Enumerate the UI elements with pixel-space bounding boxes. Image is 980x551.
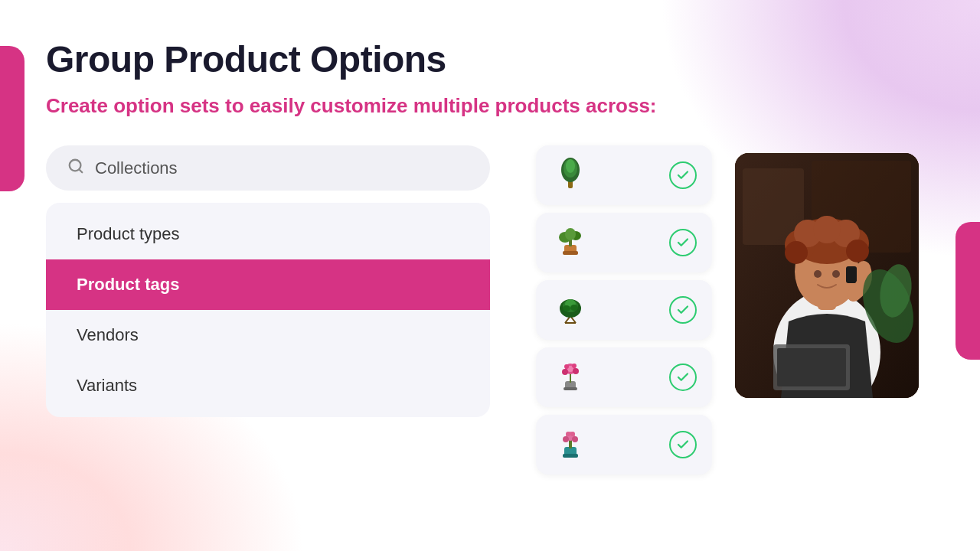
cards-and-photo [536, 145, 903, 436]
plant-icon-1 [551, 155, 590, 196]
check-icon-3 [669, 296, 697, 324]
svg-point-28 [572, 364, 577, 368]
svg-point-33 [563, 436, 569, 442]
svg-point-50 [785, 241, 808, 264]
check-icon-2 [669, 229, 697, 256]
svg-point-51 [846, 240, 869, 262]
svg-point-25 [562, 369, 568, 375]
product-card-2[interactable] [536, 213, 712, 272]
svg-rect-7 [563, 251, 578, 255]
svg-rect-30 [563, 454, 578, 458]
search-box[interactable]: Collections [46, 145, 490, 191]
svg-rect-56 [777, 348, 846, 386]
check-icon-4 [669, 364, 697, 391]
menu-item-product-types[interactable]: Product types [46, 209, 490, 259]
svg-point-49 [813, 216, 841, 243]
check-icon-5 [669, 431, 697, 458]
svg-point-18 [563, 305, 570, 311]
svg-rect-54 [846, 266, 857, 283]
product-card-4[interactable] [536, 347, 712, 407]
plant-icon-2 [551, 222, 590, 263]
svg-point-11 [565, 228, 576, 240]
svg-point-5 [566, 159, 575, 173]
svg-rect-21 [564, 387, 577, 390]
menu-item-vendors[interactable]: Vendors [46, 310, 490, 360]
product-card-3[interactable] [536, 280, 712, 340]
check-icon-1 [669, 161, 697, 189]
svg-point-53 [832, 270, 840, 278]
person-photo [735, 153, 919, 398]
page-title: Group Product Options [46, 38, 934, 80]
svg-point-26 [573, 368, 579, 374]
svg-line-1 [79, 169, 82, 172]
product-card-5[interactable] [536, 415, 712, 474]
menu-item-variants[interactable]: Variants [46, 360, 490, 411]
search-icon [67, 158, 84, 178]
right-column [536, 145, 934, 436]
search-input-value: Collections [95, 158, 178, 178]
product-card-1[interactable] [536, 145, 712, 205]
plant-icon-3 [551, 289, 590, 331]
plant-icon-5 [551, 424, 590, 465]
svg-point-35 [566, 432, 570, 436]
svg-point-19 [570, 305, 578, 311]
page-subtitle: Create option sets to easily customize m… [46, 94, 934, 118]
menu-item-product-tags[interactable]: Product tags [46, 259, 490, 310]
svg-point-27 [564, 364, 569, 369]
svg-point-52 [814, 270, 822, 278]
svg-point-36 [570, 432, 575, 436]
left-column: Collections Product types Product tags V… [46, 145, 490, 417]
plant-icon-4 [551, 357, 590, 398]
svg-point-34 [572, 436, 578, 442]
menu-list: Product types Product tags Vendors Varia… [46, 203, 490, 417]
